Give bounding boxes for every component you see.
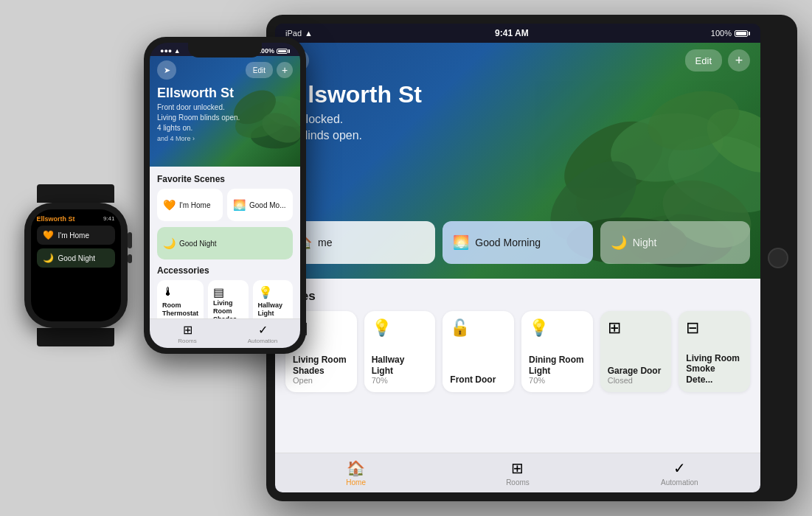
watch-side-button[interactable] [128, 254, 132, 263]
iphone-accessory-hallway-light[interactable]: 💡 Hallway Light 70% [253, 280, 294, 318]
iphone-scene-good-morning[interactable]: 🌅 Good Mo... [227, 189, 293, 221]
watch-im-home-icon: 🧡 [43, 230, 54, 240]
watch-crown[interactable] [128, 232, 132, 248]
smoke-detector-info: Living Room Smoke Dete... [686, 353, 743, 385]
automation-tab-label: Automation [661, 478, 698, 487]
good-night-label: Good Night [179, 240, 217, 248]
ipad-accessory-smoke-detector[interactable]: ⊟ Living Room Smoke Dete... [679, 311, 750, 392]
ipad-accessory-dining-room-light[interactable]: 💡 Dining Room Light 70% [521, 311, 593, 392]
ipad-tab-bar: 🏠 Home ⊞ Rooms ✓ Automation [275, 453, 760, 492]
iphone-automation-tab-icon: ✓ [258, 323, 268, 337]
living-room-shades-name: Living Room Shades Open [293, 355, 350, 385]
iphone-accessories-title: Accessories [157, 265, 293, 276]
ipad-hero-content: ➤ Edit + Ellsworth St r unlocked. m blin… [275, 43, 760, 150]
watch-status-bar: Ellsworth St 9:41 [37, 215, 115, 223]
front-door-icon: 🔓 [450, 318, 507, 338]
ipad-tab-rooms[interactable]: ⊞ Rooms [437, 459, 598, 487]
im-home-label: I'm Home [179, 201, 210, 209]
iphone-edit-button[interactable]: Edit [246, 62, 273, 78]
ipad-home-name: Ellsworth St [285, 81, 750, 108]
front-door-info: Front Door [450, 374, 507, 385]
iphone-hallway-name: Hallway Light [258, 301, 288, 318]
watch-good-night-icon: 🌙 [43, 253, 54, 263]
ipad-accessories-grid: ▤ Living Room Shades Open 💡 Hallway Ligh… [285, 311, 750, 392]
ipad-add-button[interactable]: + [728, 49, 750, 72]
scene-card-good-morning[interactable]: 🌅 Good Morning [443, 221, 592, 264]
iphone-tab-automation[interactable]: ✓ Automation [225, 323, 300, 344]
dining-light-icon: 💡 [529, 318, 586, 338]
thermostat-name: Room Thermostat [162, 301, 198, 318]
watch-scene-good-night[interactable]: 🌙 Good Night [37, 248, 115, 268]
ipad-status-left: iPad ▲ [285, 29, 313, 38]
iphone-scene-good-night[interactable]: 🌙 Good Night [157, 227, 293, 259]
ipad-device-name: iPad [285, 29, 302, 38]
iphone-battery-icon [277, 49, 290, 54]
iphone-location-button[interactable]: ➤ [157, 60, 176, 80]
ipad-tab-home[interactable]: 🏠 Home [275, 459, 437, 487]
watch-screen: Ellsworth St 9:41 🧡 I'm Home 🌙 Good Nigh… [31, 209, 121, 321]
ipad-tab-automation[interactable]: ✓ Automation [599, 459, 760, 487]
automation-tab-icon: ✓ [673, 459, 686, 477]
ipad-accessory-hallway-light[interactable]: 💡 Hallway Light 70% [364, 311, 436, 392]
iphone-notch [188, 43, 262, 57]
watch-band-bottom [37, 328, 114, 346]
ipad-accessory-front-door[interactable]: 🔓 Front Door [443, 311, 514, 392]
rooms-tab-icon: ⊞ [511, 459, 524, 477]
ipad-edit-button[interactable]: Edit [685, 49, 722, 72]
rooms-tab-label: Rooms [506, 478, 530, 487]
watch-scene-im-home[interactable]: 🧡 I'm Home [37, 226, 115, 245]
iphone-tab-rooms[interactable]: ⊞ Rooms [150, 323, 225, 344]
watch-band-top [37, 184, 114, 203]
iphone-device: ●●● ▲ 9:41 AM 100% [144, 37, 306, 354]
iphone-scenes-row: 🧡 I'm Home 🌅 Good Mo... [157, 189, 293, 221]
ipad-wifi-icon: ▲ [305, 29, 313, 38]
iphone-nav-bar: ➤ Edit + [157, 60, 293, 80]
scene-home-label: me [318, 237, 332, 248]
iphone-hero-status: Front door unlocked. Living Room blinds … [157, 102, 293, 133]
iphone-rooms-tab-label: Rooms [178, 338, 196, 344]
iphone-scene-im-home[interactable]: 🧡 I'm Home [157, 189, 223, 221]
iphone-nav-right: Edit + [246, 62, 293, 78]
scene-night-label: Night [633, 237, 657, 248]
ipad-time: 9:41 AM [495, 28, 529, 38]
iphone-hero-content: ➤ Edit + Ellsworth St Front door unlocke… [150, 56, 300, 167]
app-container: iPad ▲ 9:41 AM 100% [0, 0, 812, 516]
iphone-hero: ➤ Edit + Ellsworth St Front door unlocke… [150, 56, 300, 167]
iphone-more-link[interactable]: and 4 More › [157, 135, 293, 142]
smoke-detector-icon: ⊟ [686, 318, 743, 338]
ipad-nav-bar: ➤ Edit + [285, 49, 750, 72]
ipad-hero: ➤ Edit + Ellsworth St r unlocked. m blin… [275, 43, 760, 279]
garage-door-icon: ⊞ [608, 318, 664, 338]
scene-card-good-night[interactable]: 🌙 Night [600, 221, 750, 264]
apple-watch-device: Ellsworth St 9:41 🧡 I'm Home 🌙 Good Nigh… [18, 184, 133, 321]
ipad-accessory-garage-door[interactable]: ⊞ Garage Door Closed [600, 311, 672, 392]
watch-title: Ellsworth St [37, 215, 75, 223]
iphone-scenes-title: Favorite Scenes [157, 174, 293, 184]
scene-night-icon: 🌙 [611, 234, 627, 251]
im-home-icon: 🧡 [163, 199, 176, 211]
iphone-accessory-living-room-shades[interactable]: ▤ Living Room Shades Open [208, 280, 249, 318]
good-night-icon: 🌙 [163, 237, 176, 249]
iphone-status-right: 100% [257, 47, 290, 55]
iphone-hallway-icon: 💡 [258, 285, 288, 299]
watch-time: 9:41 [103, 215, 115, 223]
ipad-scenes-row: 🏠 me 🌅 Good Morning 🌙 Night [285, 221, 750, 264]
ipad-status-text: r unlocked. m blinds open. [285, 111, 750, 144]
scene-card-home[interactable]: 🏠 me [285, 221, 435, 264]
scene-morning-icon: 🌅 [453, 234, 469, 251]
ipad-accessories-title: ories [285, 289, 750, 304]
iphone-rooms-tab-icon: ⊞ [183, 323, 192, 337]
good-morning-icon: 🌅 [233, 199, 246, 211]
thermostat-icon: 🌡 [162, 285, 198, 299]
iphone-status-line3: 4 lights on. [157, 124, 192, 132]
garage-door-info: Garage Door Closed [608, 366, 664, 385]
ipad-battery-text: 100% [711, 29, 732, 38]
hallway-light-icon: 💡 [372, 318, 428, 338]
iphone-accessory-thermostat[interactable]: 🌡 Room Thermostat 72° [157, 280, 204, 318]
iphone-status-line1: Front door unlocked. [157, 103, 225, 111]
iphone-add-button[interactable]: + [277, 62, 293, 78]
iphone-shades-icon: ▤ [213, 285, 243, 299]
ipad-home-button[interactable] [768, 248, 788, 268]
hallway-light-info: Hallway Light 70% [372, 355, 428, 385]
iphone-status-line2: Living Room blinds open. [157, 114, 240, 122]
